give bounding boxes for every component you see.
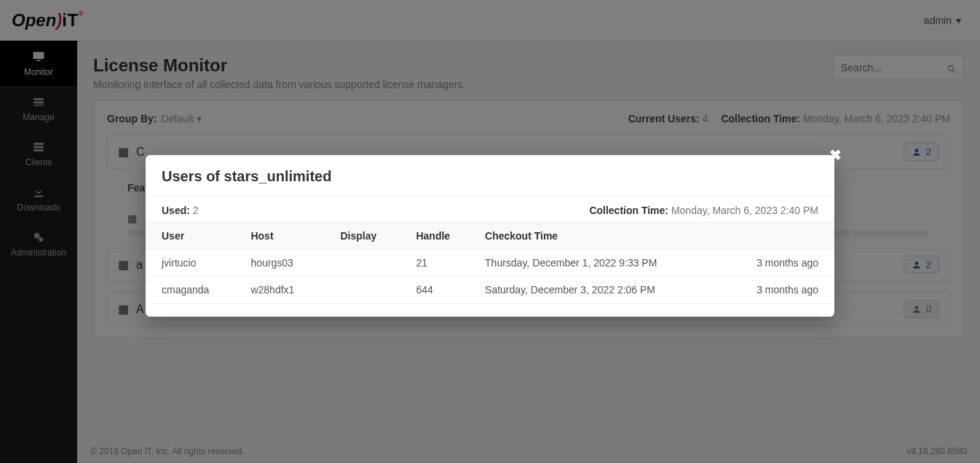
th-handle[interactable]: Handle [407, 223, 476, 250]
close-icon: ✖ [829, 147, 842, 163]
th-checkout[interactable]: Checkout Time [476, 223, 731, 250]
cell-ago: 3 months ago [731, 277, 834, 304]
used-label: Used: [162, 205, 190, 216]
th-user[interactable]: User [146, 223, 242, 250]
close-button[interactable]: ✖ [826, 143, 845, 167]
users-modal: ✖ Users of stars_unlimited Used: 2 Colle… [146, 155, 834, 317]
table-row: jvirtucio hourgs03 21 Thursday, December… [146, 250, 834, 277]
th-ago [731, 223, 834, 250]
modal-title: Users of stars_unlimited [146, 155, 834, 196]
th-display[interactable]: Display [331, 223, 407, 250]
cell-ago: 3 months ago [731, 250, 834, 277]
table-row: cmaganda w28hdfx1 644 Saturday, December… [146, 277, 834, 304]
cell-handle: 644 [407, 277, 476, 304]
th-host[interactable]: Host [242, 223, 331, 250]
table-header-row: User Host Display Handle Checkout Time [146, 223, 834, 250]
modal-collection-time-value: Monday, March 6, 2023 2:40 PM [671, 205, 818, 216]
cell-user: jvirtucio [146, 250, 242, 277]
used-value: 2 [193, 205, 199, 216]
cell-display [331, 277, 407, 304]
cell-display [331, 250, 407, 277]
cell-handle: 21 [407, 250, 476, 277]
modal-meta: Used: 2 Collection Time: Monday, March 6… [146, 196, 834, 222]
cell-checkout: Saturday, December 3, 2022 2:06 PM [476, 277, 731, 304]
cell-user: cmaganda [146, 277, 242, 304]
cell-checkout: Thursday, December 1, 2022 9:33 PM [476, 250, 731, 277]
cell-host: w28hdfx1 [242, 277, 331, 304]
cell-host: hourgs03 [242, 250, 331, 277]
users-table: User Host Display Handle Checkout Time j… [146, 222, 834, 304]
modal-collection-time-label: Collection Time: [589, 205, 668, 216]
